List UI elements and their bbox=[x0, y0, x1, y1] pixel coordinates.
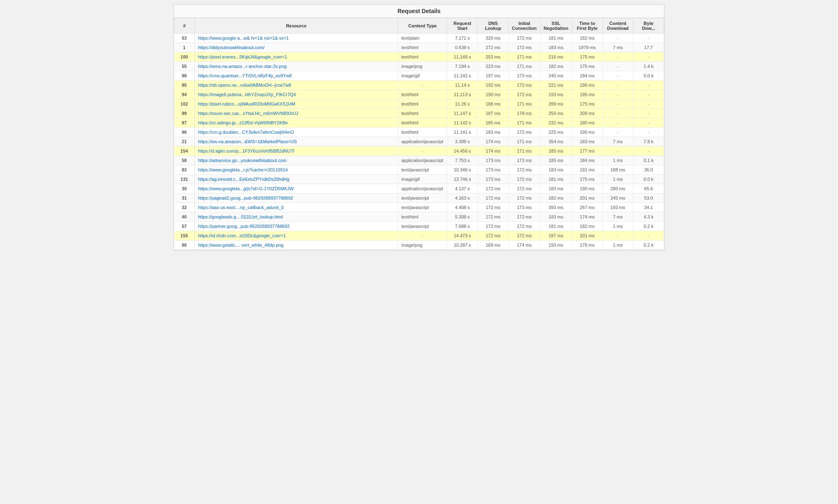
table-body: 53https://www.google-a...w& fv=1& nsi=1&… bbox=[174, 34, 664, 250]
col-header-time-to-first-byte: Time to First Byte bbox=[572, 18, 603, 34]
table-row: 83https://www.googleta...r.js?cache=r201… bbox=[174, 165, 664, 175]
table-row: 1https://didyouknowthisabout.com/text/ht… bbox=[174, 43, 664, 52]
table-row: 32https://aax-us-east....np_callback_adu… bbox=[174, 203, 664, 212]
table-row: 57https://partner.goog...pub-96292689377… bbox=[174, 222, 664, 231]
panel-title: Request Details bbox=[174, 4, 664, 18]
table-row: 154https://d.agkn.com/p...1F3Y6cuVoh95BB… bbox=[174, 146, 664, 156]
table-row: 21https://ws-na.amazon...&WS=1&MarketPla… bbox=[174, 137, 664, 146]
table-header-row: # Resource Content Type Request Start DN… bbox=[174, 18, 664, 34]
table-row: 155https://id.rlcdn.com...sl18Dc&google_… bbox=[174, 231, 664, 241]
col-header-initial-connection: Initial Connection bbox=[509, 18, 541, 34]
table-row: 97https://cc.adingo.jp...z2Jf5d-VqWt9NBY… bbox=[174, 118, 664, 128]
col-header-resource: Resource bbox=[195, 18, 398, 34]
col-header-dns-lookup: DNS Lookup bbox=[478, 18, 509, 34]
table-row: 80https://www.gstatic.... vert_white_48d… bbox=[174, 241, 664, 250]
table-row: 96https://cm.g.doublec...CY3sAm7afxnCowj… bbox=[174, 128, 664, 137]
table-row: 131https://ag.innovid.c...Ee6xtvZPYrdkDs… bbox=[174, 175, 664, 184]
table-row: 98https://cms.quantser...YTr0VLn8lzF4p_e… bbox=[174, 71, 664, 81]
table-row: 31https://pagead2.goog...pub-96292689377… bbox=[174, 194, 664, 203]
table-row: 94https://image6.pubma...hlhYZmqoJXp_F9r… bbox=[174, 90, 664, 99]
table-row: 100https://pixel.everes...5KqkJ4&google_… bbox=[174, 52, 664, 62]
table-row: 58https://adservice.go...youknowthisabou… bbox=[174, 156, 664, 165]
table-row: 95https://rtb.openx.ne...ro6w0ABMoOH--jc… bbox=[174, 81, 664, 90]
request-details-panel: Request Details # Resource Content Type … bbox=[173, 4, 665, 250]
table-row: 53https://www.google-a...w& fv=1& nsi=1&… bbox=[174, 34, 664, 43]
table-row: 40https://googleads.g....0131/zrt_lookup… bbox=[174, 212, 664, 222]
table-row: 30https://www.googleta...g/js?id=G-1Y0ZD… bbox=[174, 184, 664, 194]
col-header-content-type: Content Type bbox=[398, 18, 447, 34]
request-table: # Resource Content Type Request Start DN… bbox=[174, 18, 664, 250]
col-header-byte-down: Byte Dow... bbox=[633, 18, 664, 34]
col-header-num: # bbox=[174, 18, 195, 34]
col-header-ssl-negotiation: SSL Negotiation bbox=[540, 18, 572, 34]
col-header-content-download: Content Download bbox=[603, 18, 633, 34]
table-row: 55https://wms-na.amazo...r-anchor-star-2… bbox=[174, 62, 664, 71]
table-row: 99https://ssum-sec.cas...sYtwLHc_m6mWVNB… bbox=[174, 109, 664, 118]
col-header-request-start: Request Start bbox=[447, 18, 478, 34]
table-row: 102https://pixel.rubico...ojWAudR33oM0Ga… bbox=[174, 99, 664, 109]
